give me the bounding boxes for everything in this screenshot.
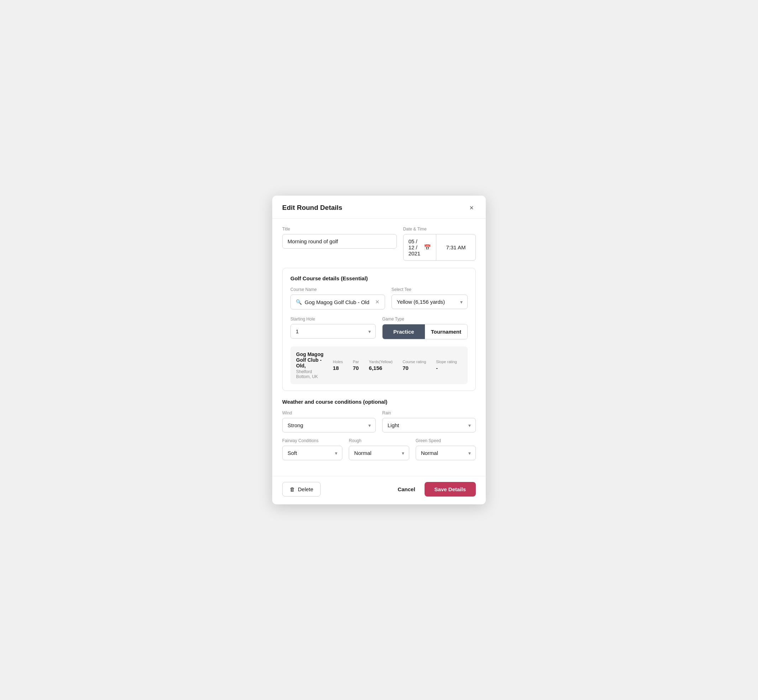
tournament-toggle-button[interactable]: Tournament [425,324,467,339]
course-tee-row: Course Name 🔍 ✕ Select Tee Yellow (6,156… [290,287,468,309]
title-datetime-row: Title Date & Time 05 / 12 / 2021 📅 7:31 … [282,227,476,261]
wind-label: Wind [282,411,376,416]
rain-label: Rain [382,411,476,416]
rain-dropdown[interactable]: LightNoneModerateHeavy [382,418,476,433]
wind-rain-row: Wind StrongNoneLightModerate ▾ Rain Ligh… [282,411,476,433]
datetime-label: Date & Time [403,227,476,231]
modal-body: Title Date & Time 05 / 12 / 2021 📅 7:31 … [272,219,486,475]
green-speed-group: Green Speed NormalSlowFast ▾ [416,438,476,460]
rough-label: Rough [349,438,409,443]
par-value: 70 [353,365,359,371]
holes-stat: Holes 18 [328,359,348,371]
game-type-toggle: Practice Tournament [382,324,468,339]
rough-wrapper: NormalSoftHard ▾ [349,446,409,460]
starting-hole-label: Starting Hole [290,317,376,322]
par-stat: Par 70 [348,359,364,371]
yards-label: Yards(Yellow) [369,359,393,364]
delete-label: Delete [298,486,313,492]
search-icon: 🔍 [296,299,302,305]
course-info-name-block: Gog Magog Golf Club - Old, Shelford Bott… [296,352,328,379]
time-part: 7:31 AM [436,234,475,260]
course-name-input[interactable] [305,299,372,305]
fairway-dropdown[interactable]: SoftNormalHard [282,446,342,460]
delete-button[interactable]: 🗑 Delete [282,482,321,497]
date-part: 05 / 12 / 2021 📅 [404,234,436,260]
weather-section: Weather and course conditions (optional)… [282,399,476,460]
cancel-button[interactable]: Cancel [395,482,418,496]
title-label: Title [282,227,397,231]
datetime-group: Date & Time 05 / 12 / 2021 📅 7:31 AM [403,227,476,261]
slope-rating-value: - [436,365,438,371]
green-speed-wrapper: NormalSlowFast ▾ [416,446,476,460]
select-tee-group: Select Tee Yellow (6,156 yards) ▾ [392,287,468,309]
rain-group: Rain LightNoneModerateHeavy ▾ [382,411,476,433]
calendar-icon: 📅 [424,244,431,251]
course-name-label: Course Name [290,287,385,292]
title-group: Title [282,227,397,261]
rough-group: Rough NormalSoftHard ▾ [349,438,409,460]
game-type-group: Game Type Practice Tournament [382,317,468,339]
course-info-name: Gog Magog Golf Club - Old, [296,352,328,369]
starting-hole-dropdown[interactable]: 123 [290,324,376,339]
clear-icon[interactable]: ✕ [375,299,380,305]
fairway-label: Fairway Conditions [282,438,342,443]
close-button[interactable]: × [467,203,476,212]
rough-dropdown[interactable]: NormalSoftHard [349,446,409,460]
modal-footer: 🗑 Delete Cancel Save Details [272,476,486,505]
course-rating-value: 70 [402,365,409,371]
conditions-row: Fairway Conditions SoftNormalHard ▾ Roug… [282,438,476,460]
holes-label: Holes [333,359,343,364]
modal-title: Edit Round Details [282,204,342,212]
practice-toggle-button[interactable]: Practice [382,324,425,339]
starting-hole-wrapper: 123 ▾ [290,324,376,339]
footer-right: Cancel Save Details [395,482,476,497]
holes-value: 18 [333,365,339,371]
course-name-group: Course Name 🔍 ✕ [290,287,385,309]
select-tee-label: Select Tee [392,287,468,292]
trash-icon: 🗑 [290,486,295,492]
starting-hole-group: Starting Hole 123 ▾ [290,317,376,339]
course-info-location: Shelford Bottom, UK [296,369,328,379]
wind-group: Wind StrongNoneLightModerate ▾ [282,411,376,433]
save-button[interactable]: Save Details [424,482,476,497]
green-speed-label: Green Speed [416,438,476,443]
yards-stat: Yards(Yellow) 6,156 [364,359,398,371]
green-speed-dropdown[interactable]: NormalSlowFast [416,446,476,460]
par-label: Par [353,359,359,364]
date-time-row: 05 / 12 / 2021 📅 7:31 AM [403,234,476,261]
select-tee-dropdown[interactable]: Yellow (6,156 yards) [392,295,468,309]
select-tee-wrapper: Yellow (6,156 yards) ▾ [392,295,468,309]
date-value: 05 / 12 / 2021 [409,238,420,256]
slope-rating-label: Slope rating [436,359,457,364]
slope-rating-stat: Slope rating - [431,359,462,371]
fairway-wrapper: SoftNormalHard ▾ [282,446,342,460]
modal-header: Edit Round Details × [272,195,486,219]
course-info-bar: Gog Magog Golf Club - Old, Shelford Bott… [290,347,468,384]
golf-course-section: Golf Course details (Essential) Course N… [282,268,476,391]
hole-gametype-row: Starting Hole 123 ▾ Game Type Practice T… [290,317,468,339]
fairway-group: Fairway Conditions SoftNormalHard ▾ [282,438,342,460]
course-rating-stat: Course rating 70 [398,359,431,371]
course-rating-label: Course rating [402,359,426,364]
game-type-label: Game Type [382,317,468,322]
weather-section-title: Weather and course conditions (optional) [282,399,476,405]
course-search-wrapper: 🔍 ✕ [290,295,385,309]
title-input[interactable] [282,234,397,248]
edit-round-modal: Edit Round Details × Title Date & Time 0… [272,195,486,505]
wind-dropdown[interactable]: StrongNoneLightModerate [282,418,376,433]
rain-wrapper: LightNoneModerateHeavy ▾ [382,418,476,433]
yards-value: 6,156 [369,365,382,371]
golf-course-title: Golf Course details (Essential) [290,275,468,281]
wind-wrapper: StrongNoneLightModerate ▾ [282,418,376,433]
